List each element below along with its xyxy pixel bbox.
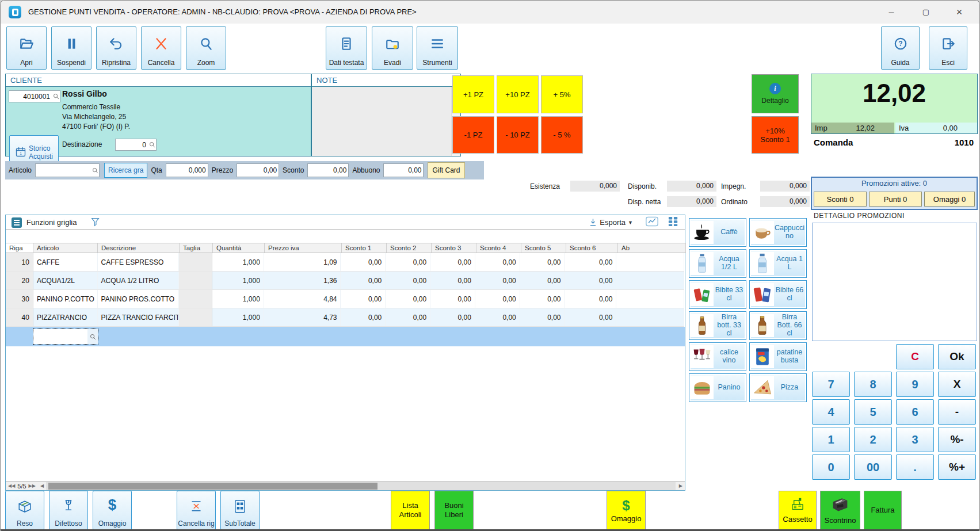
- scontrino-button[interactable]: Scontrino: [820, 491, 860, 530]
- lista-articoli-button[interactable]: Lista Articoli: [391, 491, 430, 530]
- numpad-key-8[interactable]: 8: [854, 372, 892, 397]
- product-cappuccino-button[interactable]: Cappuccino: [749, 218, 807, 247]
- reso-button[interactable]: Reso: [5, 491, 44, 530]
- omaggio-yellow-button[interactable]: $ Omaggio: [607, 491, 646, 530]
- funzioni-griglia-label[interactable]: Funzioni griglia: [26, 218, 77, 227]
- subtotale-button[interactable]: SubTotale: [220, 491, 260, 530]
- product-birra33-button[interactable]: Birra bott. 33 cl: [689, 311, 746, 340]
- numpad-key-3[interactable]: 3: [896, 427, 934, 452]
- search-icon[interactable]: [148, 142, 156, 148]
- numpad-key--[interactable]: -: [938, 399, 976, 425]
- numpad-key-0[interactable]: 0: [812, 454, 850, 480]
- column-header[interactable]: Sconto 3: [432, 243, 476, 253]
- product-acqua1-button[interactable]: Acqua 1 L: [749, 249, 807, 278]
- gift-card-button[interactable]: Gift Card: [428, 162, 464, 178]
- minus-1pz-button[interactable]: -1 PZ: [452, 116, 494, 154]
- qta-input[interactable]: 0,000: [166, 163, 208, 177]
- column-header[interactable]: Taglia: [180, 243, 213, 253]
- table-row[interactable]: 30PANINO P.COTTOPANINO PROS.COTTO1,0004,…: [6, 290, 684, 308]
- prezzo-input[interactable]: 0,00: [237, 163, 279, 177]
- numpad-key-X[interactable]: X: [938, 372, 976, 397]
- fattura-button[interactable]: Fattura: [864, 491, 902, 530]
- minus-5pct-button[interactable]: - 5 %: [541, 116, 583, 154]
- destinazione-field[interactable]: 0: [115, 139, 157, 151]
- punti-button[interactable]: Punti 0: [869, 192, 922, 207]
- product-acqua12-button[interactable]: Acqua 1/2 L: [689, 249, 746, 278]
- column-header[interactable]: Quantità: [213, 243, 265, 253]
- evadi-button[interactable]: Evadi: [372, 26, 413, 70]
- numpad-key-00[interactable]: 00: [854, 454, 892, 480]
- first-page-icon[interactable]: ◀◀: [6, 483, 17, 488]
- cassetto-button[interactable]: Cassetto: [779, 491, 817, 530]
- sospendi-button[interactable]: Sospendi: [51, 26, 91, 70]
- scrollbar-thumb[interactable]: [48, 483, 377, 490]
- scroll-left-icon[interactable]: ◀: [38, 483, 46, 488]
- cancella-riga-button[interactable]: Cancella rig: [177, 491, 216, 530]
- maximize-button[interactable]: ▢: [914, 4, 937, 20]
- product-vino-button[interactable]: calice vino: [689, 342, 746, 371]
- note-textarea[interactable]: ▲ ▼: [312, 87, 460, 156]
- new-article-textfield[interactable]: [33, 333, 87, 341]
- minus-10pz-button[interactable]: - 10 PZ: [497, 116, 539, 154]
- column-header[interactable]: Sconto 5: [521, 243, 566, 253]
- ripristina-button[interactable]: Ripristina: [96, 26, 136, 70]
- buoni-liberi-button[interactable]: Buoni Liberi: [434, 491, 474, 530]
- numpad-key-5[interactable]: 5: [854, 399, 892, 425]
- dettaglio-button[interactable]: i Dettaglio: [752, 74, 799, 113]
- product-pizza-button[interactable]: Pizza: [749, 373, 807, 402]
- apri-button[interactable]: Apri: [6, 26, 47, 70]
- plus-10pz-button[interactable]: +10 PZ: [497, 75, 539, 113]
- column-header[interactable]: Sconto 4: [476, 243, 521, 253]
- grid-functions-icon[interactable]: [12, 217, 22, 228]
- sconto-input[interactable]: 0,00: [307, 163, 349, 177]
- column-header[interactable]: Descrizione: [98, 243, 180, 253]
- search-icon[interactable]: [91, 167, 99, 174]
- numpad-key-%+[interactable]: %+: [938, 454, 976, 480]
- numpad-key-9[interactable]: 9: [896, 372, 934, 397]
- dati-testata-button[interactable]: Dati testata: [326, 26, 367, 70]
- product-caffe-button[interactable]: Caffè: [689, 218, 746, 247]
- sconto-10pct-button[interactable]: +10% Sconto 1: [752, 116, 799, 154]
- numpad-key-1[interactable]: 1: [812, 427, 850, 452]
- numpad-key-%-[interactable]: %-: [938, 427, 976, 452]
- numpad-key-7[interactable]: 7: [812, 372, 850, 397]
- strumenti-button[interactable]: Strumenti: [417, 26, 458, 70]
- column-header[interactable]: Prezzo iva: [265, 243, 342, 253]
- new-article-input[interactable]: [33, 329, 98, 344]
- column-header[interactable]: Riga: [6, 243, 33, 253]
- grid-view-icon[interactable]: [668, 216, 679, 228]
- table-row[interactable]: 40PIZZATRANCIOPIZZA TRANCIO FARCITA1,000…: [6, 308, 684, 327]
- product-birra66-button[interactable]: Birra Bott. 66 cl: [749, 311, 807, 340]
- numpad-key-2[interactable]: 2: [854, 427, 892, 452]
- product-panino-button[interactable]: Panino: [689, 373, 746, 402]
- abbuono-input[interactable]: 0,00: [383, 163, 424, 177]
- numpad-key-C[interactable]: C: [896, 344, 934, 369]
- product-bibite33-button[interactable]: Bibite 33 cl: [689, 280, 746, 309]
- articolo-search-input[interactable]: [35, 163, 100, 177]
- table-row[interactable]: 10CAFFECAFFE ESPRESSO1,0001,090,000,000,…: [6, 253, 684, 272]
- column-header[interactable]: Sconto 2: [387, 243, 432, 253]
- scroll-right-icon[interactable]: ▶: [677, 483, 685, 488]
- esci-button[interactable]: Esci: [929, 26, 967, 70]
- zoom-button[interactable]: Zoom: [186, 26, 226, 70]
- new-row-selected[interactable]: [6, 327, 685, 346]
- ricerca-grafica-button[interactable]: Ricerca gra: [104, 163, 147, 178]
- search-icon[interactable]: [52, 93, 60, 100]
- numpad-key-.[interactable]: .: [896, 454, 934, 480]
- plus-1pz-button[interactable]: +1 PZ: [452, 75, 494, 113]
- sconti-button[interactable]: Sconti 0: [814, 192, 867, 207]
- numpad-key-Ok[interactable]: Ok: [938, 344, 976, 369]
- cancella-button[interactable]: Cancella: [141, 26, 181, 70]
- horizontal-scrollbar[interactable]: [46, 482, 676, 490]
- esporta-button[interactable]: Esporta▼: [589, 218, 633, 227]
- minimize-button[interactable]: –: [880, 4, 903, 20]
- cliente-code-field[interactable]: 4010001: [9, 90, 60, 102]
- filter-icon[interactable]: [90, 216, 101, 228]
- column-header[interactable]: Sconto 1: [342, 243, 387, 253]
- column-header[interactable]: Articolo: [33, 243, 98, 253]
- column-header[interactable]: Sconto 6: [566, 243, 618, 253]
- search-icon[interactable]: [87, 329, 98, 344]
- omaggio-button[interactable]: $ Omaggio: [93, 491, 132, 530]
- numpad-key-4[interactable]: 4: [812, 399, 850, 425]
- difettoso-button[interactable]: Difettoso: [49, 491, 88, 530]
